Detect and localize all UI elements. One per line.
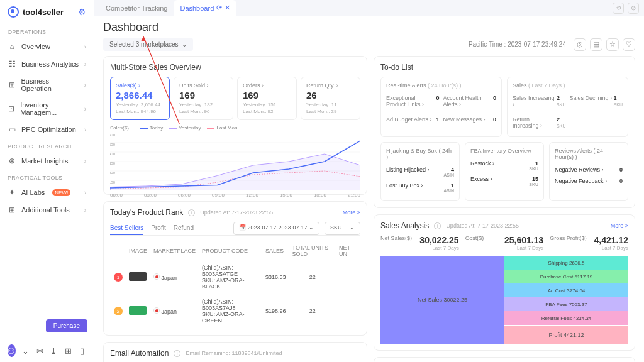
chevron-right-icon: › xyxy=(84,158,86,165)
nav-overview[interactable]: ⌂Overview› xyxy=(0,38,94,55)
nav-icon: ⊕ xyxy=(8,156,16,165)
tab-competitor-tracking[interactable]: Competitor Tracking xyxy=(99,0,174,16)
nav-icon: ✦ xyxy=(8,188,16,197)
chevron-right-icon: › xyxy=(84,43,86,50)
treemap-profit: Profit 4421.12 xyxy=(504,326,628,344)
star-icon[interactable]: ☆ xyxy=(606,38,619,51)
tab-dashboard[interactable]: Dashboard⟳✕ xyxy=(174,0,236,16)
email-card: Email Automation i Email Remaining: 1188… xyxy=(103,342,367,362)
alert-item[interactable]: Sales Increasing ›2SKU xyxy=(513,92,566,110)
mail-icon[interactable]: ✉ xyxy=(36,344,44,357)
rank-tab-best-sellers[interactable]: Best Sellers xyxy=(110,222,143,235)
info-icon[interactable]: i xyxy=(188,209,195,216)
nav-ai-labs[interactable]: ✦AI LabsNEW!› xyxy=(0,184,94,201)
mini-item[interactable]: Excess ›15SKU xyxy=(470,173,538,189)
legend-item: Yesterday xyxy=(169,125,201,131)
nav-icon: ⊡ xyxy=(8,104,15,113)
alert-item[interactable]: Exceptional Product Links ›0 xyxy=(386,92,440,110)
sales-7days: Sales ( Last 7 Days ) Sales Increasing ›… xyxy=(507,77,628,137)
mini-item[interactable]: Listing Hijacked ›4ASIN xyxy=(386,164,454,180)
mini-item[interactable]: Negative Reviews ›0 xyxy=(555,164,623,175)
book-icon[interactable]: ▤ xyxy=(590,38,602,51)
svg-text:300: 300 xyxy=(110,162,116,165)
refresh-icon[interactable]: ⟳ xyxy=(216,4,222,12)
todo-card: To-do List Real-time Alerts ( 24 Hour(s)… xyxy=(374,56,635,208)
alert-item[interactable]: Sales Declining ›1SKU xyxy=(570,92,623,110)
purchase-button[interactable]: Purchase xyxy=(46,319,87,332)
nav-business-operation[interactable]: ⊞Business Operation› xyxy=(0,73,94,97)
treemap-seg: Shipping 2686.5 xyxy=(504,256,628,270)
rank-tab-profit[interactable]: Profit xyxy=(151,222,165,235)
stat-returnqty[interactable]: Return Qty. ›26Yesterday: 11Last Mon.: 3… xyxy=(301,77,360,120)
sa-more-link[interactable]: More > xyxy=(611,222,628,229)
rank-card: Today's Product Rank i Updated At: 7-17-… xyxy=(103,201,367,336)
refresh-tab-icon[interactable]: ⟲ xyxy=(613,3,624,14)
chevron-down-icon[interactable]: ⌄ xyxy=(22,344,30,357)
avatar-icon[interactable]: ⚇ xyxy=(8,344,16,357)
chevron-right-icon: › xyxy=(84,126,86,133)
info-icon[interactable]: i xyxy=(434,222,441,229)
stat-sales[interactable]: Sales($) ›2,866.44Yesterday: 2,666.44Las… xyxy=(110,77,170,120)
reviews-card: Reviews Alerts ( 24 Hour(s) ) Negative R… xyxy=(549,142,628,201)
stat-orders[interactable]: Orders ›169Yesterday: 151Last Mon.: 92 xyxy=(237,77,297,120)
nav-market-insights[interactable]: ⊕Market Insights› xyxy=(0,152,94,170)
svg-text:400: 400 xyxy=(110,152,116,156)
alert-item[interactable]: Ad Budget Alerts ›1 xyxy=(386,114,440,125)
heart-icon[interactable]: ♡ xyxy=(623,38,635,51)
info-icon[interactable]: i xyxy=(174,350,180,357)
alert-item[interactable]: New Messages ›0 xyxy=(443,114,497,125)
page-title: Dashboard xyxy=(103,21,635,34)
marketplace-selector[interactable]: Selected 3 marketplaces ⌄ xyxy=(103,38,193,51)
nav-ppc-optimization[interactable]: ▭PPC Optimization› xyxy=(0,121,94,138)
bottom-icons: ⚇ ⌄ ✉ ⤓ ⊞ ▯ xyxy=(0,339,94,362)
date-selector[interactable]: 📅 2023-07-17-2023-07-17 ⌄ xyxy=(233,222,319,235)
svg-text:100: 100 xyxy=(110,180,116,184)
sku-selector[interactable]: SKU ⌄ xyxy=(325,222,360,235)
alert-item[interactable]: Account Health Alerts ›0 xyxy=(443,92,497,110)
svg-text:200: 200 xyxy=(110,171,116,175)
rank-table: IMAGEMARKETPLACEPRODUCT CODESALESTOTAL U… xyxy=(110,241,360,329)
mini-item[interactable]: Restock ›1SKU xyxy=(470,158,538,173)
gear-icon[interactable]: ⚙ xyxy=(78,7,86,17)
ad-card: Last 7 Days Ad Performance i Updated At:… xyxy=(374,357,635,362)
chevron-right-icon: › xyxy=(84,82,86,89)
sa-stat: Gross Profit($)4,421.12Last 7 Days xyxy=(550,235,628,251)
sidebar: tool4seller ⚙ OPERATIONS⌂Overview›☷Busin… xyxy=(0,0,94,362)
treemap: Net Sales 30022.25 Shipping 2686.5Purcha… xyxy=(380,256,628,344)
mini-item[interactable]: Lost Buy Box ›1ASIN xyxy=(386,180,454,195)
download-icon[interactable]: ⤓ xyxy=(50,344,58,357)
rank-tab-refund[interactable]: Refund xyxy=(174,222,194,235)
overview-title: Multi-Store Sales Overview xyxy=(110,63,360,72)
table-row[interactable]: 1 Japan(Child)ASIN: B003ASATGE SKU: AMZ-… xyxy=(111,261,359,293)
rank-updated: Updated At: 7-17-2023 22:55 xyxy=(200,209,273,216)
rank-more-link[interactable]: More > xyxy=(343,209,360,216)
nav-additional-tools[interactable]: ⊞Additional Tools› xyxy=(0,201,94,219)
logo-text: tool4seller xyxy=(23,8,64,17)
treemap-seg: Referral Fees 4334.34 xyxy=(504,311,628,325)
nav-icon: ⌂ xyxy=(8,42,16,51)
nav-inventory-managem-[interactable]: ⊡Inventory Managem...› xyxy=(0,97,94,121)
close-all-tab-icon[interactable]: ⊘ xyxy=(628,3,639,14)
stat-unitssold[interactable]: Units Sold ›169Yesterday: 182Last Mon.: … xyxy=(174,77,233,120)
rank-title: Today's Product Rank xyxy=(110,208,183,217)
fba-card: FBA Inventory Overview Restock ›1SKUExce… xyxy=(465,142,544,201)
sales-chart: 6005004003002001000 xyxy=(110,133,360,190)
mobile-icon[interactable]: ▯ xyxy=(79,344,87,357)
email-title: Email Automation xyxy=(110,349,169,358)
help-icon[interactable]: ◎ xyxy=(574,38,586,51)
nav-business-analytics[interactable]: ☷Business Analytics› xyxy=(0,55,94,73)
treemap-seg: FBA Fees 7563.37 xyxy=(504,297,628,311)
sa-stat: Net Sales($)30,022.25Last 7 Days xyxy=(380,235,459,251)
alert-item[interactable]: Return Increasing ›2SKU xyxy=(513,114,566,131)
legend-item: Last Mon. xyxy=(207,125,238,131)
languages-icon[interactable]: ⊞ xyxy=(64,344,72,357)
logo[interactable]: tool4seller ⚙ xyxy=(0,0,94,24)
svg-text:500: 500 xyxy=(110,143,116,146)
mini-item[interactable]: Negative Feedback ›0 xyxy=(555,175,623,187)
treemap-seg: Purchase Cost 6117.19 xyxy=(504,270,628,283)
close-icon[interactable]: ✕ xyxy=(225,4,230,12)
table-row[interactable]: 2 Japan(Child)ASIN: B003AS7AJ8 SKU: AMZ-… xyxy=(111,295,359,327)
overview-card: Multi-Store Sales Overview Sales($) ›2,8… xyxy=(103,56,367,195)
nav-icon: ▭ xyxy=(8,125,16,134)
logo-icon xyxy=(8,6,19,18)
